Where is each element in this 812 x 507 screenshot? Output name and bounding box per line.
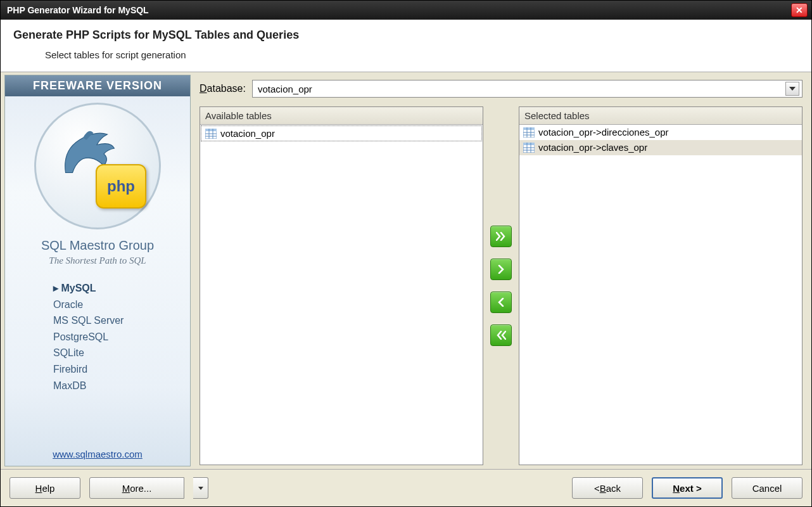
cancel-button[interactable]: Cancel — [732, 477, 802, 499]
database-label: Database: — [200, 83, 246, 94]
list-item-label: votacion_opr->claves_opr — [538, 142, 647, 153]
selected-body: votacion_opr->direcciones_opr votacion_o… — [519, 125, 802, 465]
add-button[interactable] — [490, 259, 512, 280]
list-item[interactable]: votacion_opr — [201, 125, 482, 141]
chevron-right-icon — [497, 265, 505, 274]
more-button[interactable]: More... — [89, 477, 184, 499]
page-subtitle: Select tables for script generation — [45, 49, 799, 60]
database-select-value: votacion_opr — [258, 84, 785, 94]
php-badge-icon: php — [96, 164, 146, 209]
selected-header: Selected tables — [519, 107, 802, 125]
vendor-name: SQL Maestro Group — [41, 238, 154, 253]
db-product-firebird[interactable]: Firebird — [53, 361, 124, 378]
list-item-label: votacion_opr — [220, 128, 275, 139]
double-chevron-left-icon — [496, 331, 506, 340]
logo: php — [34, 103, 161, 229]
table-icon — [523, 127, 535, 138]
wizard-header: Generate PHP Scripts for MySQL Tables an… — [1, 20, 811, 72]
table-picker: Available tables votacion_opr — [200, 106, 802, 465]
database-select[interactable]: votacion_opr — [252, 80, 802, 98]
remove-button[interactable] — [490, 292, 512, 313]
chevron-down-icon — [198, 487, 203, 490]
list-item-label: votacion_opr->direcciones_opr — [538, 127, 669, 138]
remove-all-button[interactable] — [490, 324, 512, 346]
wizard-body: FREEWARE VERSION php SQL Maestro Group T… — [1, 72, 811, 469]
back-button[interactable]: < Back — [572, 477, 643, 499]
svg-rect-7 — [523, 127, 535, 130]
db-product-maxdb[interactable]: MaxDB — [53, 378, 124, 394]
more-split-button: More... — [89, 477, 208, 499]
more-dropdown-button[interactable] — [193, 477, 208, 499]
close-icon: ✕ — [796, 5, 803, 15]
available-tables-list[interactable]: Available tables votacion_opr — [200, 106, 483, 465]
db-product-mysql[interactable]: MySQL — [53, 280, 124, 297]
db-product-sqlite[interactable]: SQLite — [53, 345, 124, 361]
wizard-footer: Help More... < Back Next > Cancel — [1, 469, 811, 506]
vendor-link[interactable]: www.sqlmaestro.com — [53, 436, 143, 459]
svg-rect-1 — [205, 129, 217, 131]
add-all-button[interactable] — [490, 226, 512, 247]
table-icon — [523, 143, 535, 153]
available-body: votacion_opr — [200, 125, 483, 465]
page-title: Generate PHP Scripts for MySQL Tables an… — [13, 29, 799, 42]
selected-tables-list[interactable]: Selected tables votacion_opr->direccione… — [519, 106, 802, 465]
sidebar-banner: FREEWARE VERSION — [5, 75, 190, 96]
db-product-postgresql[interactable]: PostgreSQL — [53, 329, 124, 345]
database-row: Database: votacion_opr — [200, 80, 802, 98]
database-dropdown-button[interactable] — [785, 82, 799, 96]
vendor-tagline: The Shortest Path to SQL — [49, 255, 146, 266]
chevron-down-icon — [789, 87, 796, 91]
chevron-left-icon — [497, 298, 505, 307]
titlebar: PHP Generator Wizard for MySQL ✕ — [1, 1, 811, 20]
db-product-oracle[interactable]: Oracle — [53, 297, 124, 313]
wizard-window: PHP Generator Wizard for MySQL ✕ Generat… — [0, 0, 812, 507]
next-button[interactable]: Next > — [652, 477, 723, 499]
table-icon — [205, 129, 217, 139]
transfer-buttons — [488, 106, 514, 465]
db-product-mssql[interactable]: MS SQL Server — [53, 312, 124, 329]
window-title: PHP Generator Wizard for MySQL — [4, 5, 791, 15]
svg-rect-13 — [523, 143, 535, 145]
main-panel: Database: votacion_opr Available tables … — [191, 72, 811, 469]
double-chevron-right-icon — [496, 232, 506, 241]
sidebar: FREEWARE VERSION php SQL Maestro Group T… — [4, 75, 191, 466]
help-button[interactable]: Help — [10, 477, 80, 499]
database-product-list: MySQL Oracle MS SQL Server PostgreSQL SQ… — [53, 280, 124, 394]
close-button[interactable]: ✕ — [791, 3, 808, 17]
available-header: Available tables — [200, 107, 483, 125]
list-item[interactable]: votacion_opr->direcciones_opr — [519, 125, 802, 140]
list-item[interactable]: votacion_opr->claves_opr — [519, 140, 802, 155]
